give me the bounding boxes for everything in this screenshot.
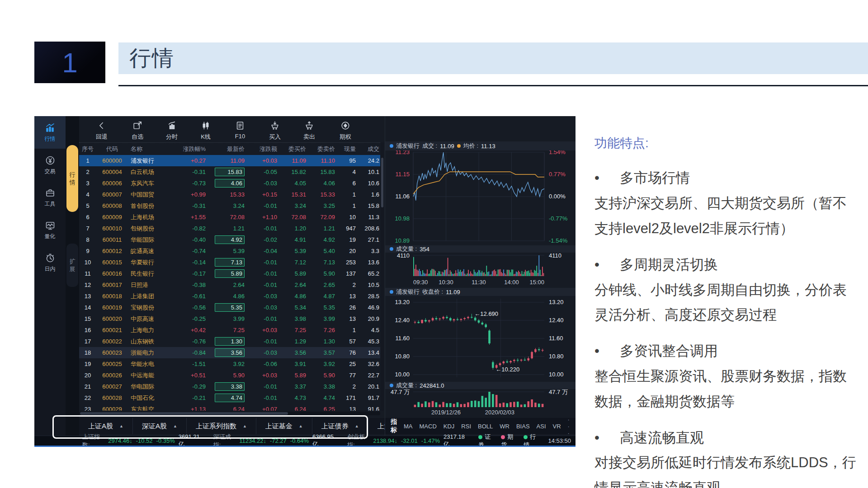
- cell: 1.21: [209, 225, 248, 232]
- table-row-600015[interactable]: 10600015华夏银行-0.147.13-0.017.127.1325313.…: [79, 257, 380, 268]
- table-row-600026[interactable]: 20600026中远海能+0.515.90+0.035.895.907722.7: [79, 370, 380, 381]
- minute-chart[interactable]: 11.231.54%11.150.77%11.060.00%10.98-0.77…: [385, 150, 576, 244]
- kline-volume-chart[interactable]: 47.7 万47.7 万2019/12/262020/02/03: [385, 389, 576, 417]
- horizontal-scrollbar[interactable]: [79, 412, 380, 415]
- horizontal-scrollbar-thumb[interactable]: [80, 412, 288, 415]
- toolbar-buy-button[interactable]: 买入: [262, 121, 288, 141]
- sidebar-item-hangqing[interactable]: 行情: [34, 116, 66, 149]
- table-row-600010[interactable]: 7600010包钢股份-0.821.21-0.011.201.21947208.…: [79, 223, 380, 234]
- market-tab-1[interactable]: 深证A股▲: [132, 418, 186, 434]
- indicator-tab-BIAS[interactable]: BIAS: [516, 423, 530, 430]
- indicator-tab-active[interactable]: 指标: [391, 418, 397, 434]
- indicator-tab-ASI[interactable]: ASI: [537, 423, 546, 430]
- indicator-tab-BOLL[interactable]: BOLL: [478, 423, 493, 430]
- cell: 5.35: [209, 303, 248, 312]
- svg-text:2019/12/26: 2019/12/26: [431, 409, 461, 416]
- table-row-600004[interactable]: 2600004白云机场-0.3115.83-0.0515.8215.83410.…: [79, 166, 380, 178]
- sidebar-item-label: 行情: [45, 135, 56, 143]
- table-row-600008[interactable]: 5600008首创股份-0.313.24-0.013.243.25115.8: [79, 200, 380, 211]
- table-row-600027[interactable]: 21600027华电国际-0.293.38-0.013.373.38220.1: [79, 381, 380, 392]
- cell: 白云机场: [128, 168, 172, 176]
- cell: 137: [339, 270, 359, 277]
- table-row-600006[interactable]: 3600006东风汽车-0.734.06-0.034.054.06610.6: [79, 178, 380, 189]
- more-indicators-button[interactable]: · · ·: [568, 416, 571, 436]
- cell: 4.92: [209, 235, 248, 244]
- market-tab-5[interactable]: 上海个股期权▲: [368, 418, 385, 434]
- column-header[interactable]: 成交: [359, 145, 380, 153]
- sidebar-item-gongju[interactable]: 工具: [34, 181, 66, 214]
- indicator-tab-RSI[interactable]: RSI: [461, 423, 471, 430]
- index-value: 11234.22↓: [239, 437, 266, 444]
- table-row-600023[interactable]: 18600023浙能电力-0.843.56-0.033.563.577613.4: [79, 347, 380, 358]
- cell: 5.90: [310, 270, 339, 277]
- cell: -0.04: [248, 248, 281, 254]
- cell: +0.51: [172, 372, 209, 379]
- toolbar-kline-button[interactable]: K线: [193, 121, 219, 141]
- market-tab-4[interactable]: 上证债券▲: [312, 418, 368, 434]
- toolbar-back-button[interactable]: 回退: [89, 121, 115, 141]
- toolbar-label: 回退: [96, 133, 108, 141]
- cell: 4.91: [281, 236, 310, 243]
- kline-chart[interactable]: 13.2013.2012.4012.4011.6011.6010.8010.80…: [385, 296, 576, 381]
- table-row-600016[interactable]: 11600016民生银行-0.175.89-0.015.895.9013765.…: [79, 268, 380, 279]
- cell: 22: [79, 394, 96, 401]
- minute-volume-chart[interactable]: 4110411009:3010:3011:3014:0015:00: [385, 253, 576, 287]
- cell: 2.64: [281, 282, 310, 288]
- svg-text:10.00: 10.00: [395, 371, 410, 378]
- sidebar-item-rinei[interactable]: 日内: [34, 246, 66, 279]
- table-row-600012[interactable]: 9600012皖通高速-0.745.39-0.045.395.40203.3: [79, 245, 380, 257]
- indicator-tab-KDJ[interactable]: KDJ: [443, 423, 455, 430]
- cell: 包钢股份: [128, 225, 172, 233]
- table-row-600028[interactable]: 22600028中国石化-0.214.74-0.014.734.7417191.…: [79, 392, 380, 404]
- column-header[interactable]: 涨跌额: [248, 145, 281, 153]
- toolbar-fenshi-button[interactable]: 分时: [159, 121, 185, 141]
- toolbar-zixuan-button[interactable]: 自选: [124, 121, 151, 141]
- column-header[interactable]: 涨跌幅%: [172, 145, 209, 153]
- cell: 28.5: [359, 293, 380, 300]
- sidebar-item-jiaoyi[interactable]: 交易: [34, 149, 66, 181]
- market-tab-2[interactable]: 上证系列指数▲: [186, 418, 256, 434]
- market-tab-0[interactable]: 上证A股▲: [79, 418, 132, 434]
- toolbar-option-button[interactable]: 期权: [332, 121, 359, 141]
- cell: -1.51: [172, 361, 209, 367]
- table-row-600022[interactable]: 17600022山东钢铁-0.761.30-0.011.291.305745.3: [79, 336, 380, 347]
- vertical-scrollbar-thumb[interactable]: [381, 158, 383, 207]
- vertical-scrollbar[interactable]: [381, 142, 384, 411]
- cell: 91.7: [359, 394, 380, 401]
- indicator-tab-MACD[interactable]: MACD: [420, 423, 437, 430]
- column-header[interactable]: 代码: [96, 145, 128, 153]
- table-row-600000[interactable]: 1600000浦发银行+0.2711.09+0.0311.0911.109524…: [79, 155, 380, 166]
- cart-up-icon: [304, 121, 314, 132]
- indicator-tab-WR[interactable]: WR: [500, 423, 509, 430]
- column-header[interactable]: 最新价: [209, 145, 248, 153]
- market-tab-3[interactable]: 上证基金▲: [256, 418, 312, 434]
- toolbar-sell-button[interactable]: 卖出: [296, 121, 322, 141]
- cell: 中国国贸: [128, 191, 172, 199]
- table-row-600007[interactable]: 4600007中国国贸+0.9915.33+0.1515.3115.3311.6: [79, 189, 380, 200]
- sidebar-item-lianghua[interactable]: 量化: [34, 214, 66, 246]
- side-tab-hangqing[interactable]: 行情: [66, 145, 78, 212]
- column-header[interactable]: 现量: [339, 145, 359, 153]
- cell: 13.4: [359, 349, 380, 356]
- toolbar-f10-button[interactable]: F10: [227, 121, 253, 140]
- cell: 15: [79, 315, 96, 322]
- table-row-600025[interactable]: 19600025华能水电-1.513.92-0.063.913.922532.6: [79, 358, 380, 370]
- table-row-600019[interactable]: 14600019宝钢股份-0.565.35-0.035.345.352646.9: [79, 302, 380, 313]
- table-row-600021[interactable]: 16600021上海电力+0.427.25+0.037.257.2614.5: [79, 324, 380, 336]
- table-row-600009[interactable]: 6600009上海机场+1.5572.08+1.1072.0872.091011…: [79, 211, 380, 223]
- table-row-600017[interactable]: 12600017日照港-0.382.64-0.012.642.65210.5: [79, 279, 380, 291]
- column-header[interactable]: 委卖价: [310, 145, 339, 153]
- column-header[interactable]: 委买价: [281, 145, 310, 153]
- price-box: 4.06: [215, 179, 245, 188]
- indicator-tab-VR[interactable]: VR: [553, 423, 561, 430]
- table-row-600020[interactable]: 15600020中原高速-0.253.99-0.013.983.991320.9: [79, 313, 380, 324]
- indicator-tab-MA[interactable]: MA: [404, 423, 413, 430]
- svg-text:09:30: 09:30: [413, 279, 428, 286]
- table-row-600011[interactable]: 8600011华能国际-0.404.92-0.024.914.921927.1: [79, 234, 380, 245]
- column-header[interactable]: 名称: [128, 145, 172, 153]
- table-row-600018[interactable]: 13600018上港集团-0.614.86-0.034.864.871328.5: [79, 291, 380, 302]
- cell: -0.14: [172, 259, 209, 266]
- table-row-600029[interactable]: 23600029东方航空+1.136.24+0.076.246.251391.6: [79, 404, 380, 411]
- column-header[interactable]: 序号: [79, 145, 96, 153]
- side-tab-kuozhan[interactable]: 扩展: [66, 244, 78, 287]
